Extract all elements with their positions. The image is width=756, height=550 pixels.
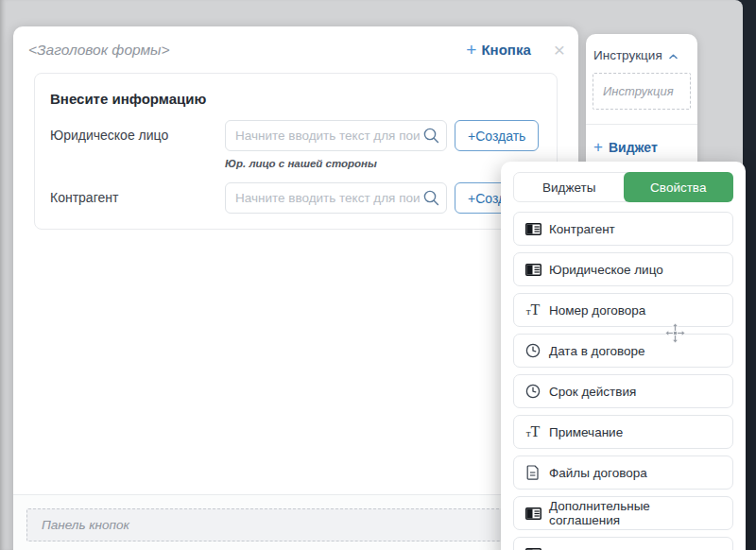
search-icon xyxy=(422,127,440,148)
add-widget-button[interactable]: + Виджет xyxy=(593,139,691,155)
plus-icon: + xyxy=(593,139,603,155)
instruction-header-label: Инструкция xyxy=(593,48,662,62)
widget-item-validity-period[interactable]: Срок действия xyxy=(513,374,733,408)
legal-entity-search-input[interactable] xyxy=(225,120,447,151)
widget-item-counterparty[interactable]: Контрагент xyxy=(513,212,733,246)
field-helper-text: Юр. лицо с нашей стороны xyxy=(225,158,539,169)
field-row-legal-entity: Юридическое лицо +Создать Юр. лицо с наш… xyxy=(50,120,541,169)
widget-item-contract-date[interactable]: Дата в договоре xyxy=(513,334,733,368)
file-icon xyxy=(524,465,541,480)
chevron-up-icon xyxy=(669,48,678,62)
section-heading: Внесите информацию xyxy=(50,91,541,107)
dialog-footer: Панель кнопок xyxy=(13,494,578,550)
entity-icon xyxy=(524,223,541,235)
entity-icon xyxy=(524,507,541,520)
clock-icon xyxy=(524,384,541,399)
text-size-icon: тТ xyxy=(524,302,541,318)
widget-item-label: Файлы договора xyxy=(549,466,647,480)
field-label: Юридическое лицо xyxy=(50,120,225,151)
form-title-placeholder[interactable]: <Заголовок формы> xyxy=(28,42,466,59)
tab-properties[interactable]: Свойства xyxy=(624,172,734,202)
create-legal-entity-button[interactable]: +Создать xyxy=(455,120,539,151)
panel-tabs: Виджеты Свойства xyxy=(513,172,733,202)
widget-item-acts[interactable]: Акты xyxy=(513,537,733,550)
search-icon xyxy=(422,189,440,211)
button-panel-dropzone[interactable]: Панель кнопок xyxy=(26,508,565,541)
counterparty-search-input[interactable] xyxy=(225,182,447,214)
form-editor-dialog: <Заголовок формы> + Кнопка × Внесите инф… xyxy=(13,26,578,550)
widget-item-label: Акты xyxy=(549,547,578,550)
clock-icon xyxy=(524,343,541,358)
widget-item-legal-entity[interactable]: Юридическое лицо xyxy=(513,252,733,286)
instruction-dropzone[interactable]: Инструкция xyxy=(593,73,691,110)
field-label: Контрагент xyxy=(50,182,225,214)
widgets-panel: Виджеты Свойства Контрагент Юридическое … xyxy=(501,162,746,550)
widget-item-additional-agreements[interactable]: Дополнительные соглашения xyxy=(513,496,733,530)
divider xyxy=(586,124,697,125)
plus-icon: + xyxy=(466,41,476,59)
form-section: Внесите информацию Юридическое лицо +Соз… xyxy=(34,73,558,230)
widget-item-list: Контрагент Юридическое лицо тТ Номер дог… xyxy=(513,212,733,550)
dialog-header: <Заголовок формы> + Кнопка × xyxy=(13,26,578,60)
widget-item-contract-files[interactable]: Файлы договора xyxy=(513,455,733,490)
text-size-icon: тТ xyxy=(524,424,541,439)
widget-item-label: Примечание xyxy=(549,425,623,439)
widget-item-note[interactable]: тТ Примечание xyxy=(513,415,733,449)
widget-item-label: Юридическое лицо xyxy=(549,263,663,277)
tab-widgets[interactable]: Виджеты xyxy=(514,173,625,201)
widget-item-label: Дополнительные соглашения xyxy=(549,499,722,527)
widget-item-contract-number[interactable]: тТ Номер договора xyxy=(513,293,733,327)
instruction-placeholder-label: Инструкция xyxy=(603,84,674,98)
close-icon[interactable]: × xyxy=(554,40,565,60)
screen: <Заголовок формы> + Кнопка × Внесите инф… xyxy=(0,0,756,550)
button-panel-label: Панель кнопок xyxy=(42,518,129,532)
field-row-counterparty: Контрагент +Создать xyxy=(50,182,541,214)
add-button-button[interactable]: + Кнопка xyxy=(466,41,530,59)
instruction-collapse-header[interactable]: Инструкция xyxy=(593,48,691,62)
widget-item-label: Номер договора xyxy=(549,303,645,318)
widget-item-label: Срок действия xyxy=(549,385,636,399)
widget-item-label: Дата в договоре xyxy=(549,344,645,358)
entity-icon xyxy=(524,264,541,276)
widget-item-label: Контрагент xyxy=(549,222,615,236)
